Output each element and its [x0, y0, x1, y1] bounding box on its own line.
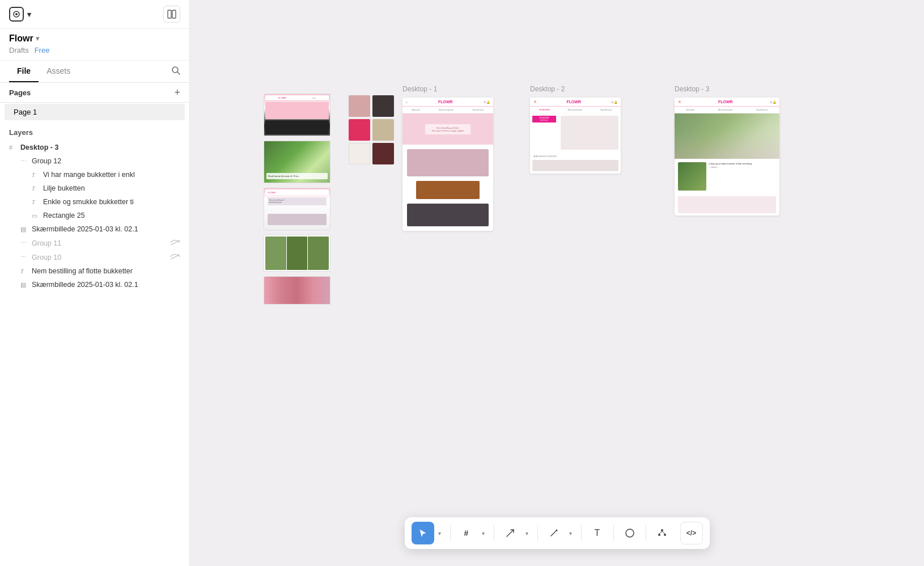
layer-screenshot1[interactable]: ▤ Skærmbillede 2025-01-03 kl. 02.1 [0, 222, 189, 236]
layers-section: Layers [0, 121, 189, 141]
layer-text1[interactable]: T Vi har mange bukketter i enkl [0, 168, 189, 181]
group-icon: ⋯ [20, 254, 28, 261]
divider-3 [537, 525, 538, 541]
frame-tool-dropdown[interactable]: ▾ [478, 522, 489, 544]
select-tool-dropdown[interactable]: ▾ [434, 522, 446, 544]
layer-rect25[interactable]: ▭ Rectangle 25 [0, 209, 189, 222]
layer-label: Skærmbillede 2025-01-03 kl. 02.1 [32, 281, 180, 289]
project-status: Drafts Free [9, 46, 180, 54]
layer-label: Enkle og smukke bukketter ti [43, 198, 180, 206]
text-icon: T [20, 268, 28, 274]
rect-icon: ▭ [32, 212, 40, 219]
text-icon: T [32, 185, 40, 192]
layers-list: # Desktop - 3 ⋯ Group 12 T Vi har mange … [0, 141, 189, 566]
brand-icon [9, 7, 24, 22]
layer-label: Vi har mange bukketter i enkl [43, 171, 180, 179]
pen-tool-dropdown[interactable]: ▾ [565, 522, 577, 544]
project-header: Flowr ▾ Drafts Free [0, 29, 189, 61]
group-icon: ⋯ [20, 158, 28, 165]
layer-label: Rectangle 25 [43, 212, 180, 219]
layer-text4[interactable]: T Nem bestilling af flotte bukketter [0, 264, 189, 278]
line-tool-button[interactable] [499, 522, 522, 544]
sidebar-topbar: ▾ [0, 0, 189, 29]
code-button[interactable]: </> [680, 522, 703, 544]
desktop1-label: Desktop - 1 [402, 85, 493, 93]
toolbar: ▾ # ▾ ▾ ▾ T [405, 517, 710, 549]
layer-text2[interactable]: T Lilje buketten [0, 181, 189, 195]
layer-desktop3[interactable]: # Desktop - 3 [0, 141, 189, 154]
divider-6 [646, 525, 646, 541]
pages-section: Pages + [0, 83, 189, 103]
search-button[interactable] [171, 66, 180, 77]
svg-rect-3 [172, 10, 176, 18]
text-icon: T [32, 172, 40, 178]
layer-label: Desktop - 3 [20, 143, 180, 151]
desktop2-label: Desktop - 2 [530, 85, 621, 93]
swatch-5 [349, 143, 370, 164]
pages-title: Pages [9, 88, 31, 97]
desktop3-label: Desktop - 3 [675, 85, 779, 93]
frame-icon: # [9, 144, 17, 151]
layer-label: Group 11 [32, 239, 167, 247]
tab-file[interactable]: File [9, 61, 39, 82]
layer-text3[interactable]: T Enkle og smukke bukketter ti [0, 195, 189, 209]
text-tool-button[interactable]: T [586, 522, 609, 544]
desktop1-mockup: ≡ FLOWR ⚙ 🔔 Nyheder Blomsterbeder Tips&T… [402, 98, 493, 231]
brand-name: ▾ [27, 10, 31, 19]
plan-badge: Free [35, 46, 50, 54]
layout-toggle-button[interactable] [163, 6, 180, 23]
image-icon: ▤ [20, 226, 28, 233]
thumbnail-column: FLOWRnav Bestil næste blomster til. Pres… [264, 94, 330, 305]
divider-2 [494, 525, 494, 541]
swatch-6 [372, 143, 394, 164]
svg-point-1 [15, 13, 18, 15]
text-icon: T [32, 199, 40, 205]
svg-line-15 [662, 531, 665, 534]
tab-assets[interactable]: Assets [39, 61, 78, 82]
main-canvas[interactable]: FLOWRnav Bestil næste blomster til. Pres… [190, 0, 924, 566]
layer-label: Group 12 [32, 157, 180, 165]
layer-label: Lilje buketten [43, 184, 180, 192]
project-name[interactable]: Flowr ▾ [9, 33, 180, 44]
desktop3-frame: Desktop - 3 ✕ FLOWR ⚙ 🔔 Nyheder Blomster… [675, 85, 779, 216]
divider-4 [581, 525, 582, 541]
svg-line-8 [507, 530, 514, 537]
hidden-icon [170, 253, 180, 261]
ellipse-tool-button[interactable] [618, 522, 641, 544]
add-page-button[interactable]: + [174, 87, 180, 98]
components-tool-button[interactable] [651, 522, 673, 544]
select-tool-button[interactable] [412, 522, 434, 544]
page-item-1[interactable]: Page 1 [5, 104, 185, 120]
svg-point-13 [664, 534, 666, 536]
desktop3-mockup: ✕ FLOWR ⚙ 🔔 Nyheder Blomsterbeder Tips&T… [675, 98, 779, 216]
thumb-5 [264, 276, 330, 305]
svg-line-14 [659, 531, 662, 534]
swatch-1 [349, 95, 370, 117]
layer-group10[interactable]: ⋯ Group 10 [0, 250, 189, 264]
divider-5 [613, 525, 614, 541]
group-icon: ⋯ [20, 239, 28, 247]
sidebar: ▾ Flowr ▾ Drafts Free File Assets [0, 0, 190, 566]
color-swatches [349, 95, 394, 164]
desktop2-frame: Desktop - 2 ✕ FLOWR ⚙ 🔔 NYHEDER Blomster… [530, 85, 621, 174]
line-tool-group: ▾ [499, 522, 533, 544]
canvas-area: FLOWRnav Bestil næste blomster til. Pres… [190, 0, 924, 566]
file-assets-bar: File Assets [0, 61, 189, 83]
pen-tool-group: ▾ [542, 522, 577, 544]
layer-label: Group 10 [32, 254, 167, 261]
hidden-icon [170, 239, 180, 247]
layer-group12[interactable]: ⋯ Group 12 [0, 154, 189, 168]
brand-logo[interactable]: ▾ [9, 7, 31, 22]
layer-screenshot2[interactable]: ▤ Skærmbillede 2025-01-03 kl. 02.1 [0, 278, 189, 292]
svg-point-9 [556, 530, 557, 531]
frame-tool-group: # ▾ [455, 522, 489, 544]
svg-line-5 [177, 72, 180, 74]
pen-tool-button[interactable] [542, 522, 565, 544]
thumb-4 [264, 235, 330, 272]
layers-title: Layers [9, 128, 33, 137]
thumb-1: FLOWRnav [264, 94, 330, 136]
frame-tool-button[interactable]: # [455, 522, 478, 544]
layer-group11[interactable]: ⋯ Group 11 [0, 236, 189, 250]
layer-label: Skærmbillede 2025-01-03 kl. 02.1 [32, 225, 180, 233]
line-tool-dropdown[interactable]: ▾ [522, 522, 533, 544]
